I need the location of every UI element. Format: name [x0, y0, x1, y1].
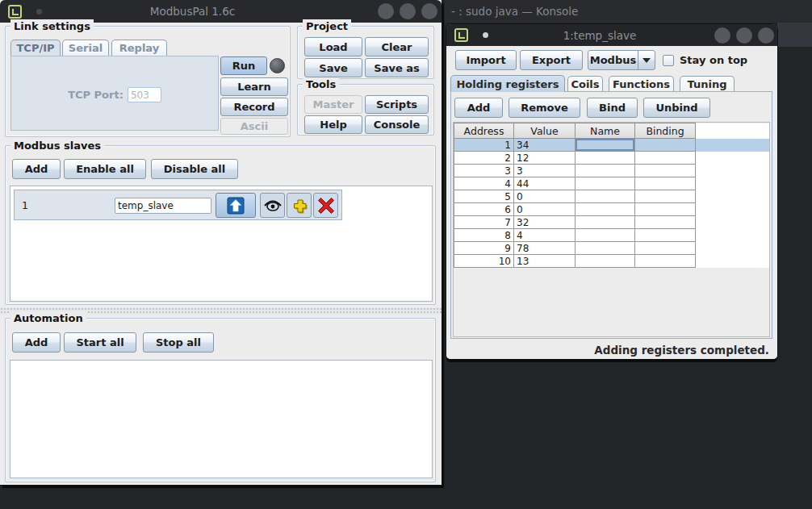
slave-duplicate-button[interactable]: [287, 193, 312, 218]
window-minimize-button[interactable]: [714, 27, 730, 44]
modbus-slaves-group: Modbus slaves Add Enable all Disable all…: [5, 145, 436, 305]
automation-add-button[interactable]: Add: [12, 332, 61, 353]
tab-tuning-label: Tuning: [688, 78, 727, 90]
load-button[interactable]: Load: [304, 37, 362, 56]
slave-name-field[interactable]: [115, 198, 211, 214]
table-row[interactable]: 2 12: [454, 152, 771, 165]
table-row[interactable]: 4 44: [454, 177, 771, 190]
save-button[interactable]: Save: [304, 58, 362, 77]
table-row[interactable]: 6 0: [454, 203, 771, 216]
delete-x-icon: [317, 197, 335, 215]
table-row[interactable]: 3 3: [454, 165, 771, 177]
console-label: Console: [374, 119, 421, 131]
register-unbind-button[interactable]: Unbind: [643, 98, 710, 118]
run-button[interactable]: Run: [220, 56, 267, 75]
automation-add-label: Add: [25, 336, 48, 348]
tab-tcpip[interactable]: TCP/IP: [10, 40, 61, 56]
master-label: Master: [313, 98, 354, 111]
modbus-slaves-title: Modbus slaves: [10, 139, 104, 152]
tools-title: Tools: [303, 77, 339, 91]
table-row[interactable]: 10 13: [454, 255, 771, 268]
table-row[interactable]: 1 34: [454, 139, 771, 152]
stop-all-label: Stop all: [156, 336, 201, 348]
clear-label: Clear: [382, 41, 412, 53]
disable-all-button[interactable]: Disable all: [151, 159, 238, 179]
start-all-label: Start all: [76, 336, 123, 348]
window-close-button[interactable]: [421, 3, 437, 19]
tcp-port-field[interactable]: [128, 87, 161, 102]
automation-group: Automation Add Start all Stop all: [5, 318, 436, 482]
record-button[interactable]: Record: [220, 98, 288, 116]
konsole-titlebar[interactable]: - : sudo java — Konsole: [445, 0, 812, 23]
table-row[interactable]: 5 0: [454, 190, 771, 203]
automation-title: Automation: [10, 311, 86, 325]
save-as-button[interactable]: Save as: [365, 58, 429, 77]
import-button[interactable]: Import: [455, 50, 517, 70]
header-address[interactable]: Address: [454, 123, 514, 139]
window-minimize-button[interactable]: [378, 3, 394, 19]
disable-all-label: Disable all: [164, 163, 226, 175]
window-maximize-button[interactable]: [736, 27, 752, 44]
table-row[interactable]: 8 4: [454, 229, 771, 242]
combobox-arrow-button[interactable]: [638, 51, 655, 69]
start-all-button[interactable]: Start all: [64, 332, 136, 353]
register-unbind-label: Unbind: [655, 102, 697, 114]
enable-all-button[interactable]: Enable all: [64, 159, 146, 179]
tab-replay-label: Replay: [119, 42, 159, 54]
register-remove-label: Remove: [521, 102, 568, 114]
status-message: Adding registers completed.: [450, 344, 769, 357]
tab-holding-registers-label: Holding registers: [456, 78, 559, 90]
link-settings-group: Link settings TCP/IP Serial Replay TCP P…: [5, 26, 291, 137]
export-button[interactable]: Export: [520, 50, 583, 70]
slave-row[interactable]: 1: [14, 190, 342, 220]
stay-on-top-checkbox[interactable]: [663, 55, 674, 66]
tab-replay[interactable]: Replay: [111, 40, 167, 56]
slave-delete-button[interactable]: [313, 193, 338, 218]
register-bind-label: Bind: [599, 102, 626, 114]
slave-editor-titlebar[interactable]: 1:temp_slave: [446, 24, 777, 46]
konsole-toolbar-strip: [777, 23, 812, 47]
project-group: Project Load Clear Save Save as: [297, 26, 434, 79]
header-name[interactable]: Name: [576, 123, 635, 139]
slave-add-button[interactable]: Add: [12, 159, 61, 179]
tab-coils[interactable]: Coils: [567, 76, 603, 92]
register-bind-button[interactable]: Bind: [587, 98, 638, 118]
slave-view-button[interactable]: [260, 193, 285, 218]
ascii-label: Ascii: [241, 120, 268, 132]
tab-tuning[interactable]: Tuning: [680, 76, 735, 92]
learn-button[interactable]: Learn: [220, 77, 288, 96]
save-as-label: Save as: [374, 62, 419, 74]
console-button[interactable]: Console: [365, 115, 429, 134]
enable-all-label: Enable all: [76, 163, 134, 175]
tab-serial[interactable]: Serial: [62, 40, 109, 56]
clear-button[interactable]: Clear: [365, 37, 429, 56]
help-button[interactable]: Help: [304, 115, 362, 134]
stop-all-button[interactable]: Stop all: [143, 332, 214, 353]
tab-coils-label: Coils: [571, 78, 599, 90]
mode-combobox[interactable]: Modbus: [588, 50, 655, 70]
header-binding[interactable]: Binding: [635, 123, 696, 139]
register-add-button[interactable]: Add: [454, 98, 503, 118]
run-label: Run: [232, 60, 256, 72]
window-maximize-button[interactable]: [400, 3, 416, 19]
tab-holding-registers[interactable]: Holding registers: [450, 75, 565, 92]
header-value[interactable]: Value: [514, 123, 576, 139]
table-row[interactable]: 7 32: [454, 216, 771, 229]
registers-scrollpane[interactable]: Address Value Name Binding 1 34: [453, 122, 770, 337]
konsole-title: - : sudo java — Konsole: [451, 5, 578, 18]
holding-registers-panel: Add Remove Bind Unbind: [450, 91, 772, 339]
slave-list: 1: [10, 186, 433, 302]
stay-on-top-label: Stay on top: [680, 54, 747, 66]
scripts-button[interactable]: Scripts: [365, 95, 429, 114]
export-label: Export: [532, 54, 571, 66]
register-remove-button[interactable]: Remove: [509, 98, 580, 118]
mode-combobox-value: Modbus: [588, 54, 638, 66]
table-row[interactable]: 9 78: [454, 242, 771, 255]
tab-functions[interactable]: Functions: [609, 76, 674, 92]
window-close-button[interactable]: [758, 27, 774, 44]
focused-cell[interactable]: [576, 139, 635, 152]
registers-table[interactable]: Address Value Name Binding 1 34: [454, 123, 770, 268]
register-add-label: Add: [467, 102, 491, 114]
slave-enable-toggle[interactable]: [216, 193, 256, 218]
save-label: Save: [319, 62, 347, 74]
